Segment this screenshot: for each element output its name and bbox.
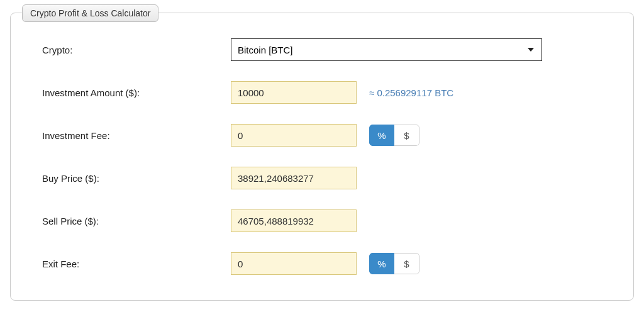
sell-price-label: Sell Price ($): bbox=[42, 216, 231, 226]
buy-price-label: Buy Price ($): bbox=[42, 173, 231, 184]
crypto-select[interactable]: Bitcoin [BTC] bbox=[231, 38, 542, 61]
exit-fee-percent-button[interactable]: % bbox=[369, 253, 394, 274]
buy-price-input[interactable] bbox=[231, 167, 357, 189]
exit-fee-dollar-button[interactable]: $ bbox=[394, 253, 419, 274]
investment-amount-label: Investment Amount ($): bbox=[42, 87, 231, 98]
investment-fee-percent-button[interactable]: % bbox=[369, 125, 394, 146]
investment-fee-label: Investment Fee: bbox=[42, 130, 231, 141]
exit-fee-unit-toggle: % $ bbox=[369, 253, 419, 274]
investment-fee-unit-toggle: % $ bbox=[369, 125, 419, 146]
exit-fee-row: Exit Fee: % $ bbox=[42, 252, 602, 275]
sell-price-row: Sell Price ($): bbox=[42, 209, 602, 232]
sell-price-input[interactable] bbox=[231, 209, 357, 232]
crypto-row: Crypto: Bitcoin [BTC] bbox=[42, 38, 602, 61]
exit-fee-input[interactable] bbox=[231, 252, 357, 275]
investment-amount-row: Investment Amount ($): ≈ 0.256929117 BTC bbox=[42, 81, 602, 104]
calculator-fieldset: Crypto Profit & Loss Calculator Crypto: … bbox=[10, 13, 634, 301]
investment-amount-approx: ≈ 0.256929117 BTC bbox=[369, 87, 453, 98]
crypto-label: Crypto: bbox=[42, 45, 231, 55]
calculator-legend: Crypto Profit & Loss Calculator bbox=[22, 4, 158, 22]
investment-fee-input[interactable] bbox=[231, 124, 357, 147]
buy-price-row: Buy Price ($): bbox=[42, 167, 602, 189]
investment-fee-dollar-button[interactable]: $ bbox=[394, 125, 419, 146]
crypto-select-wrapper: Bitcoin [BTC] bbox=[231, 38, 542, 61]
investment-fee-row: Investment Fee: % $ bbox=[42, 124, 602, 147]
exit-fee-label: Exit Fee: bbox=[42, 259, 231, 269]
investment-amount-input[interactable] bbox=[231, 81, 357, 104]
